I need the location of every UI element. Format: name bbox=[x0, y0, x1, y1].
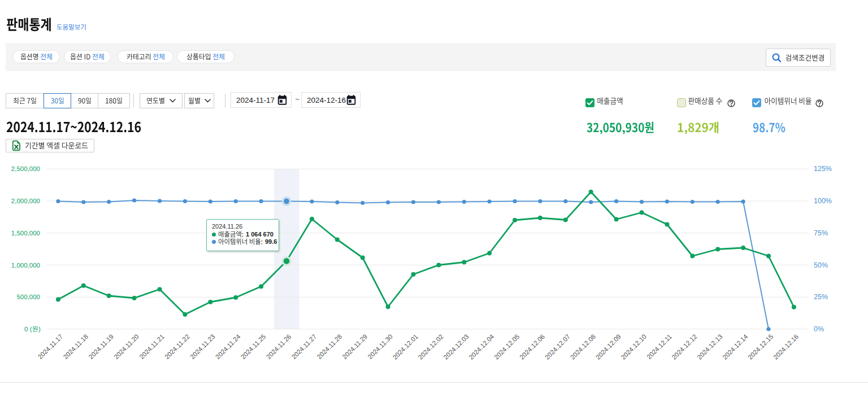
svg-text:1,500,000: 1,500,000 bbox=[11, 230, 40, 237]
svg-text:2024.12.08: 2024.12.08 bbox=[569, 333, 597, 361]
svg-text:75%: 75% bbox=[814, 229, 828, 237]
svg-text:2,000,000: 2,000,000 bbox=[11, 198, 40, 204]
svg-text:2024.11.20: 2024.11.20 bbox=[112, 333, 140, 361]
svg-text:2024.11.29: 2024.11.29 bbox=[341, 333, 369, 361]
svg-text:2,500,000: 2,500,000 bbox=[11, 165, 40, 172]
svg-text:25%: 25% bbox=[814, 293, 828, 301]
svg-text:2024.12.11: 2024.12.11 bbox=[645, 333, 673, 361]
svg-text:50%: 50% bbox=[814, 261, 828, 269]
svg-text:2024.11.27: 2024.11.27 bbox=[290, 333, 318, 361]
svg-text:2024.12.03: 2024.12.03 bbox=[442, 333, 470, 361]
svg-text:2024.12.07: 2024.12.07 bbox=[544, 333, 571, 361]
svg-text:2024.12.12: 2024.12.12 bbox=[671, 333, 698, 361]
svg-text:2024.11.17: 2024.11.17 bbox=[37, 333, 64, 361]
svg-text:2024.11.21: 2024.11.21 bbox=[138, 333, 166, 361]
svg-text:): ) bbox=[38, 326, 41, 332]
svg-text:0%: 0% bbox=[814, 325, 824, 333]
svg-text:2024.12.04: 2024.12.04 bbox=[467, 333, 496, 361]
svg-text:500,000: 500,000 bbox=[16, 294, 40, 300]
svg-text:2024.12.14: 2024.12.14 bbox=[721, 333, 749, 361]
svg-text:2024.12.15: 2024.12.15 bbox=[747, 333, 774, 361]
svg-text:2024.11.19: 2024.11.19 bbox=[88, 333, 115, 361]
svg-text:2024.12.10: 2024.12.10 bbox=[620, 333, 648, 361]
svg-text:100%: 100% bbox=[814, 197, 832, 205]
svg-text:2024.11.22: 2024.11.22 bbox=[163, 333, 191, 361]
svg-text:1,000,000: 1,000,000 bbox=[11, 262, 40, 269]
svg-text:125%: 125% bbox=[814, 165, 832, 173]
svg-text:0 (: 0 ( bbox=[24, 326, 32, 332]
svg-text:2024.12.09: 2024.12.09 bbox=[594, 333, 622, 361]
svg-text:2024.11.23: 2024.11.23 bbox=[189, 333, 216, 361]
svg-text:2024.12.06: 2024.12.06 bbox=[518, 333, 546, 361]
svg-text:2024.12.02: 2024.12.02 bbox=[417, 333, 445, 361]
svg-text:2024.12.01: 2024.12.01 bbox=[392, 333, 419, 361]
svg-text:2024.11.24: 2024.11.24 bbox=[214, 333, 242, 361]
svg-text:2024.11.25: 2024.11.25 bbox=[240, 333, 267, 361]
svg-text:2024.12.05: 2024.12.05 bbox=[493, 333, 520, 361]
svg-text:2024.11.18: 2024.11.18 bbox=[62, 333, 90, 361]
svg-text:2024.11.28: 2024.11.28 bbox=[316, 333, 344, 361]
svg-text:2024.11.30: 2024.11.30 bbox=[366, 333, 394, 361]
svg-text:2024.12.16: 2024.12.16 bbox=[772, 333, 800, 361]
svg-text:2024.11.26: 2024.11.26 bbox=[265, 333, 293, 361]
svg-text:2024.12.13: 2024.12.13 bbox=[696, 333, 723, 361]
